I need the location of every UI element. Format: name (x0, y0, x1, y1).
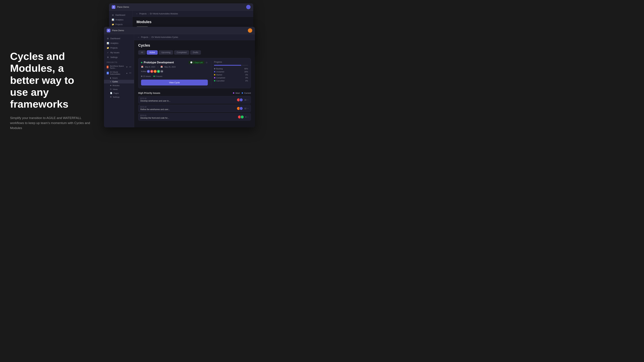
cycles-breadcrumb: ← Projects | EV World Automobiles Cycles (134, 34, 255, 40)
unstarted-label: Unstarted (216, 71, 224, 73)
started-value: 0% (245, 74, 248, 76)
projects-icon: 📁 (112, 23, 114, 26)
cycle-days-left-text: 1 Days Left (193, 61, 202, 63)
assignee-avatar-4: G (157, 69, 160, 73)
issue-row-eco21[interactable]: ECO-21 Develop the front-end code for...… (138, 113, 251, 121)
progress-bar-fill (214, 65, 241, 66)
cycles-window: P Plane Demo ⊞ Dashboard 📊 Analytics 📁 P… (104, 27, 255, 127)
filter-completed-btn[interactable]: Completed (174, 50, 189, 55)
cycles-app-name: Plane Demo (112, 29, 124, 32)
sub-item-cycles[interactable]: ○ Cycles (104, 80, 134, 83)
progress-label: Progress (214, 61, 248, 63)
closed-issues-count: 0 issues (156, 75, 162, 77)
sub-item-issues[interactable]: ■ Issues (104, 76, 134, 80)
progress-stat-unstarted: Unstarted 20% (214, 71, 248, 73)
sub-item-views[interactable]: ⊡ Views (104, 87, 134, 91)
hero-title: Cycles and Modules, a better way to use … (10, 50, 94, 110)
cycle-open-issues: 15 issues (141, 75, 151, 77)
cycles-sidebar-analytics[interactable]: 📊 Analytics (104, 41, 134, 45)
cycle-name: Prototype Development (141, 61, 174, 64)
sub-item-pages[interactable]: 📄 Pages (104, 91, 134, 95)
issues-section-title: High Priority Issues Ideal Current (138, 92, 251, 94)
cycles-page-title: Cycles (138, 43, 251, 48)
breadcrumb-current: EV World Automobiles Modules (150, 12, 178, 15)
cycles-sidebar-settings[interactable]: ⚙ Settings (104, 55, 134, 60)
issue-eco19-avatars (237, 107, 243, 110)
filter-drafts-btn[interactable]: Drafts (190, 50, 201, 55)
cancelled-dot (214, 80, 215, 81)
eco16-number: 16 → (244, 99, 249, 101)
issue-eco21-id: ECO-21 (140, 115, 169, 116)
issue-eco16-avatars (237, 98, 243, 102)
filter-all-btn[interactable]: All (138, 50, 146, 55)
sidebar-evworld-project[interactable]: E EV World Automobiles ▲ ••• (104, 70, 134, 76)
issues-sub-label: Issues (112, 77, 118, 79)
ideal-legend-item: Ideal (233, 92, 240, 94)
issue-eco21-info: ECO-21 Develop the front-end code for... (140, 115, 169, 119)
cycles-breadcrumb-current: EV World Automobiles Cycles (152, 36, 178, 38)
hero-subtitle: Simplify your transition to AGILE and WA… (10, 115, 94, 131)
assignee-avatar-2: R (150, 69, 154, 73)
eco19-number: 12 → (244, 107, 249, 109)
open-issues-dot (141, 76, 142, 77)
cycle-closed-issues: 0 issues (154, 75, 162, 77)
sidebar-dashboard-label: Dashboard (116, 14, 125, 16)
assignee-overflow: +5 (160, 69, 164, 73)
assignee-avatar-3: O (153, 69, 157, 73)
aeronova-expand-icon: ▼ (126, 66, 128, 68)
current-legend-dot (242, 92, 243, 94)
issue-eco16-right: 16 → (237, 98, 249, 102)
issue-eco16-info: ECO-16 Develop wireframes and user in... (140, 97, 170, 102)
cycles-analytics-icon: 📊 (107, 42, 109, 44)
cycles-sidebar: ⊞ Dashboard 📊 Analytics 📁 Projects ✓ My … (104, 34, 134, 127)
cycles-sidebar-projects[interactable]: 📁 Projects (104, 45, 134, 50)
cycle-dates: 📅 May 8, 2023 → 📅 May 25, 2023 (141, 66, 208, 68)
cycles-projects-label: Projects (110, 47, 118, 49)
settings-sub-icon: ⚙ (110, 96, 112, 98)
analytics-icon: 📊 (112, 18, 114, 21)
cycles-app-logo: P (107, 29, 110, 32)
issue-row-eco16[interactable]: ECO-16 Develop wireframes and user in...… (138, 96, 251, 104)
cycles-sidebar-dashboard[interactable]: ⊞ Dashboard (104, 36, 134, 41)
current-legend-label: Current (244, 92, 251, 94)
issue-row-eco19[interactable]: ECO-19 Refine the wireframes and user...… (138, 105, 251, 112)
sub-item-settings[interactable]: ⚙ Settings (104, 95, 134, 99)
eco19-avatar-2 (239, 107, 243, 110)
high-priority-label: High Priority Issues (138, 92, 160, 94)
date-arrow: → (157, 66, 159, 68)
sidebar-aeronova-project[interactable]: A AeroNova Space Techn... ▼ ••• (104, 64, 134, 70)
issues-sub-icon: ■ (110, 77, 111, 79)
sub-item-modules[interactable]: ◈ Modules (104, 83, 134, 87)
sidebar-item-projects[interactable]: 📁 Projects (109, 22, 132, 27)
cycles-win-body: ⊞ Dashboard 📊 Analytics 📁 Projects ✓ My … (104, 34, 255, 127)
current-legend-item: Current (242, 92, 251, 94)
completed-value: 0% (245, 77, 248, 79)
breadcrumb-back-arrow[interactable]: ← (136, 12, 138, 15)
progress-stat-cancelled: Cancelled 0% (214, 80, 248, 82)
assignee-label: Kritika (141, 70, 146, 72)
cycle-status-dot (141, 62, 142, 63)
aeronova-project-icon: A (107, 66, 108, 68)
breadcrumb-projects: Projects (139, 12, 146, 15)
sidebar-projects-label: Projects (116, 23, 122, 26)
filter-upcoming-btn[interactable]: Upcoming (159, 50, 173, 55)
modules-window-header: P Plane Demo (109, 3, 253, 11)
sidebar-item-analytics[interactable]: 📊 Analytics (109, 17, 132, 22)
issue-eco21-avatars (238, 115, 244, 119)
unstarted-dot (214, 71, 215, 72)
view-cycle-button[interactable]: View Cycle (141, 80, 208, 85)
cycle-star-icon[interactable]: ☆ (206, 61, 208, 64)
cycles-main-content: ← Projects | EV World Automobiles Cycles… (134, 34, 255, 127)
cycles-content-area: Cycles All Active Upcoming Completed Dra… (134, 40, 255, 127)
cycle-date-end: May 25, 2023 (164, 66, 176, 68)
cycles-myissues-icon: ✓ (107, 51, 109, 54)
issue-eco21-title: Develop the front-end code for... (140, 117, 169, 119)
backlog-label: Backlog (216, 68, 223, 70)
sidebar-item-dashboard[interactable]: ⊞ Dashboard (109, 13, 132, 17)
calendar-icon: 📅 (141, 66, 144, 68)
cycles-breadcrumb-back[interactable]: ← (138, 36, 140, 38)
cycles-sidebar-myissues[interactable]: ✓ My Issues (104, 50, 134, 55)
filter-active-btn[interactable]: Active (147, 50, 158, 55)
cycle-assignees: Kritika K R O G +5 (141, 69, 208, 73)
cycles-window-header: P Plane Demo (104, 27, 255, 34)
